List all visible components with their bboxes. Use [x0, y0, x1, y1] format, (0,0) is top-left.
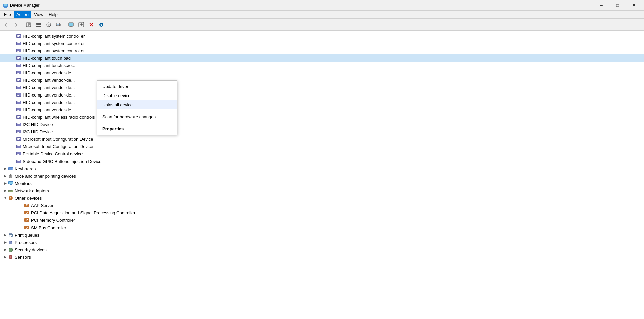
monitors-expand[interactable]: ▶: [3, 181, 8, 186]
window-title: Device Manager: [10, 3, 594, 8]
svg-rect-32: [18, 36, 19, 37]
processors-category[interactable]: ▶ Processors: [0, 239, 644, 246]
security-expand[interactable]: ▶: [3, 247, 8, 252]
other-expand[interactable]: ▼: [3, 195, 8, 201]
network-category[interactable]: ▶ Network adapters: [0, 187, 644, 194]
svg-text:?: ?: [26, 204, 28, 207]
keyboards-category[interactable]: ▶ Keyboards: [0, 165, 644, 172]
svg-point-42: [17, 51, 18, 52]
sensors-expand[interactable]: ▶: [3, 254, 8, 260]
hid-icon: [16, 158, 21, 164]
list-item[interactable]: HID-compliant vendor-de...: [0, 69, 644, 76]
item-label: HID-compliant touch pad: [23, 56, 71, 61]
svg-rect-31: [18, 35, 20, 36]
svg-point-65: [17, 79, 18, 80]
close-button[interactable]: ✕: [626, 0, 641, 11]
mice-expand[interactable]: ▶: [3, 173, 8, 179]
hid-touch-pad-item[interactable]: HID-compliant touch pad: [0, 54, 644, 62]
ctx-uninstall-device-label: Uninstall device: [102, 102, 133, 107]
forward-button[interactable]: [11, 20, 21, 29]
svg-rect-151: [9, 190, 10, 191]
mice-category[interactable]: ▶ Mice and other pointing devices: [0, 172, 644, 180]
showhide-button[interactable]: [34, 20, 43, 29]
svg-rect-165: [9, 233, 12, 234]
svg-rect-147: [10, 184, 12, 185]
security-category[interactable]: ▶ Security devices: [0, 246, 644, 253]
hid-icon: [16, 41, 21, 46]
list-item[interactable]: Microsoft Input Configuration Device: [0, 143, 644, 150]
scan-button[interactable]: [76, 20, 86, 29]
properties-button[interactable]: [24, 20, 33, 29]
toolbar-separator-2: [65, 21, 65, 28]
svg-rect-116: [18, 139, 19, 140]
ctx-scan-hardware[interactable]: Scan for hardware changes: [97, 112, 177, 121]
spacer: [11, 48, 16, 53]
svg-rect-74: [18, 88, 19, 88]
other-category[interactable]: ▼ ! Other devices: [0, 194, 644, 202]
hid-icon: [16, 70, 21, 75]
print-expand[interactable]: ▶: [3, 232, 8, 238]
list-item[interactable]: ? PCI Data Acquisition and Signal Proces…: [0, 209, 644, 216]
list-item[interactable]: Sideband GPIO Buttons Injection Device: [0, 157, 644, 165]
hid-icon: [16, 48, 21, 53]
svg-point-126: [17, 154, 18, 155]
svg-rect-115: [18, 138, 20, 139]
list-item[interactable]: HID-compliant system controller: [0, 47, 644, 54]
svg-rect-176: [10, 258, 11, 259]
device-tree[interactable]: HID-compliant system controller HID-comp…: [0, 31, 644, 319]
svg-rect-133: [18, 160, 20, 161]
security-label: Security devices: [15, 247, 47, 252]
update-button[interactable]: [54, 20, 63, 29]
list-item[interactable]: ? SM Bus Controller: [0, 224, 644, 231]
spacer: [19, 203, 24, 208]
monitor-button[interactable]: [66, 20, 76, 29]
svg-rect-73: [18, 86, 20, 87]
item-label: HID-compliant touch scre...: [23, 63, 75, 68]
svg-rect-173: [11, 243, 12, 243]
svg-rect-79: [18, 94, 20, 94]
hid-icon: [16, 129, 21, 134]
maximize-button[interactable]: □: [610, 0, 625, 11]
svg-rect-137: [9, 168, 10, 169]
processors-expand[interactable]: ▶: [3, 240, 8, 245]
keyboards-expand[interactable]: ▶: [3, 166, 8, 171]
print-category[interactable]: ▶ Print queues: [0, 231, 644, 239]
ctx-properties[interactable]: Properties: [97, 124, 177, 133]
ctx-update-driver[interactable]: Update driver: [97, 82, 177, 91]
network-expand[interactable]: ▶: [3, 188, 8, 193]
spacer: [11, 100, 16, 105]
remove-button[interactable]: [87, 20, 96, 29]
other-icon: !: [8, 195, 13, 201]
download-button[interactable]: [97, 20, 106, 29]
sensors-label: Sensors: [15, 255, 31, 260]
print-label: Print queues: [15, 233, 39, 238]
list-item[interactable]: HID-compliant system controller: [0, 32, 644, 40]
monitors-category[interactable]: ▶ Monitors: [0, 180, 644, 187]
menu-action[interactable]: Action: [14, 11, 31, 18]
menu-view[interactable]: View: [31, 11, 46, 18]
list-item[interactable]: Portable Device Control device: [0, 150, 644, 157]
list-item[interactable]: ? AAP Server: [0, 202, 644, 209]
sensors-category[interactable]: ▶ Sensors: [0, 253, 644, 261]
item-label: HID-compliant system controller: [23, 41, 85, 46]
ctx-disable-device[interactable]: Disable device: [97, 91, 177, 100]
hid-icon: [16, 151, 21, 156]
item-label: HID-compliant vendor-de...: [23, 85, 75, 90]
back-button[interactable]: [1, 20, 11, 29]
help-button[interactable]: ?: [44, 20, 53, 29]
unknown-icon: ?: [24, 203, 30, 208]
item-label: PCI Data Acquisition and Signal Processi…: [31, 210, 135, 215]
list-item[interactable]: Microsoft Input Configuration Device: [0, 135, 644, 143]
spacer: [11, 114, 16, 120]
list-item[interactable]: HID-compliant system controller: [0, 40, 644, 47]
ctx-uninstall-device[interactable]: Uninstall device: [97, 100, 177, 109]
menu-file[interactable]: File: [1, 11, 14, 18]
list-item[interactable]: ? PCI Memory Controller: [0, 216, 644, 224]
list-item[interactable]: HID-compliant touch scre...: [0, 62, 644, 69]
svg-point-36: [17, 44, 18, 44]
spacer: [11, 151, 16, 156]
menu-help[interactable]: Help: [46, 11, 60, 18]
svg-point-90: [17, 110, 18, 111]
svg-rect-55: [18, 64, 20, 65]
minimize-button[interactable]: ─: [594, 0, 609, 11]
